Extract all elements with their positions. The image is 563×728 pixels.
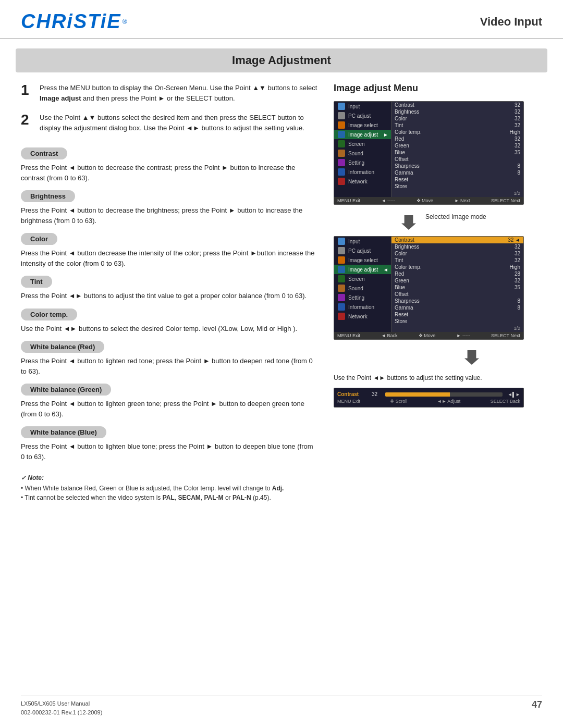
osd-menu-input: Input [334,102,391,111]
colortemp-desc: Use the Point ◄► buttons to select the d… [21,324,318,334]
osd-val-green: Green32 [391,142,523,149]
screen2-icon [338,275,345,282]
osd2-val-store: Store [391,318,523,325]
osd-val-blue: Blue35 [391,149,523,156]
osd-val-brightness: Brightness32 [391,108,523,115]
wb-blue-label: White balance (Blue) [21,426,106,438]
osd-val-red: Red32 [391,135,523,142]
osd2-val-tint: Tint32 [391,257,523,264]
osd2-menu-input: Input [334,237,391,246]
step-2-number: 2 [21,113,32,133]
network-icon [338,178,345,185]
pc-icon [338,112,345,119]
imgadj-icon [338,131,345,138]
osd-val-offset: Offset [391,156,523,163]
brightness-desc: Press the Point ◄ button to decrease the… [21,205,318,226]
screen-icon [338,140,345,147]
osd2-val-color: Color32 [391,250,523,257]
arrow-down-2 [401,350,542,365]
arrow-annotation-1: Selected Image mode [334,212,542,233]
osd-menu-sound: Sound [334,149,391,158]
osd2-menu-network: Network [334,312,391,321]
osd-status-bar-1: MENU Exit ◄ ----- ❖ Move ► Next SELECT N… [334,197,523,204]
osd-slider-value: 32 [372,391,382,397]
osd-menu-imgadj: Image adjust ► [334,130,391,139]
tint-section: Tint Press the Point ◄► buttons to adjus… [21,270,318,301]
step-1-number: 1 [21,83,32,103]
note-item-1: • When White balance Red, Green or Blue … [21,484,542,493]
wb-green-desc: Press the Point ◄ button to lighten gree… [21,399,318,419]
colortemp-label: Color temp. [21,309,77,320]
osd2-menu-screen: Screen [334,274,391,283]
wb-green-section: White balance (Green) Press the Point ◄ … [21,378,318,419]
osd2-menu-info: Information [334,302,391,312]
osd-val-colortemp: Color temp.High [391,129,523,135]
osd2-val-reset: Reset [391,311,523,318]
input-icon [338,103,345,110]
selected-image-mode-annotation: Selected Image mode [425,213,486,220]
sound-icon [338,150,345,157]
osd-display-2: Input PC adjust Image select [334,236,524,340]
wb-red-desc: Press the Point ◄ button to lighten red … [21,356,318,376]
osd-slider-bar [385,392,503,397]
wb-red-section: White balance (Red) Press the Point ◄ bu… [21,336,318,376]
logo-tm: ® [123,18,127,26]
osd-menu-pcadj: PC adjust [334,111,391,120]
contrast-label: Contrast [21,147,67,159]
osd-slider-indicator: ◄▌► [508,392,520,397]
input2-icon [338,238,345,245]
osd-val-sharpness: Sharpness8 [391,163,523,169]
note-title: ✓ Note: [21,474,542,482]
wb-blue-section: White balance (Blue) Press the Point ◄ b… [21,421,318,462]
osd-val-gamma: Gamma8 [391,169,523,176]
info2-icon [338,303,345,311]
part-number: 002-000232-01 Rev.1 (12-2009) [21,708,102,718]
network2-icon [338,313,345,320]
tint-desc: Press the Point ◄► buttons to adjust the… [21,291,318,301]
wb-red-label: White balance (Red) [21,341,104,353]
imgsel2-icon [338,256,345,264]
osd-val-tint: Tint32 [391,122,523,129]
osd-slider-fill [385,392,450,397]
footer: LX505/LX605 User Manual 002-000232-01 Re… [21,696,542,718]
osd-slider-status: MENU Exit ❖ Scroll ◄► Adjust SELECT Back [337,399,520,404]
page-number: 47 [532,699,542,710]
note-section: ✓ Note: • When White balance Red, Green … [21,474,542,502]
image-adjust-menu-title: Image adjust Menu [334,83,542,94]
imgadj2-icon [338,266,345,273]
wb-blue-desc: Press the Point ◄ button to lighten blue… [21,441,318,462]
step-2-text: Use the Point ▲▼ buttons select the desi… [40,113,318,133]
brightness-label: Brightness [21,190,75,202]
setting2-icon [338,294,345,301]
osd-display-1: Input PC adjust Image select [334,101,524,205]
wb-green-label: White balance (Green) [21,384,111,396]
color-desc: Press the Point ◄ button decrease the in… [21,248,318,268]
section-title: Image Adjustment [16,54,547,67]
osd-val-contrast: Contrast32 [391,102,523,108]
color-section: Color Press the Point ◄ button decrease … [21,228,318,268]
osd-panel-1: Input PC adjust Image select [334,102,523,197]
osd-menu-setting: Setting [334,158,391,167]
tint-label: Tint [21,276,52,288]
osd-left-menu-2: Input PC adjust Image select [334,237,391,332]
pc2-icon [338,247,345,254]
osd-val-reset: Reset [391,176,523,183]
arrow-icon-2 [464,350,479,365]
left-column: 1 Press the MENU button to display the O… [21,83,318,464]
osd-left-menu-1: Input PC adjust Image select [334,102,391,197]
osd2-val-green: Green32 [391,277,523,284]
osd2-menu-pcadj: PC adjust [334,246,391,255]
osd-menu-info: Information [334,167,391,177]
osd-menu-imgsel: Image select [334,120,391,130]
osd-screen-1: Input PC adjust Image select [334,101,542,205]
header-title: Video Input [480,15,542,29]
osd-screen-3: Contrast 32 ◄▌► MENU Exit ❖ Scroll ◄► Ad… [334,388,524,408]
osd2-menu-imgadj: Image adjust ◄ [334,265,391,274]
colortemp-section: Color temp. Use the Point ◄► buttons to … [21,303,318,334]
osd2-val-blue: Blue35 [391,284,523,291]
step-2: 2 Use the Point ▲▼ buttons select the de… [21,113,318,133]
note-item-2: • Tint cannot be selected when the video… [21,493,542,502]
right-column: Image adjust Menu Input PC a [334,83,542,464]
manual-title: LX505/LX605 User Manual [21,699,102,709]
contrast-section: Contrast Press the Point ◄ button to dec… [21,142,318,183]
